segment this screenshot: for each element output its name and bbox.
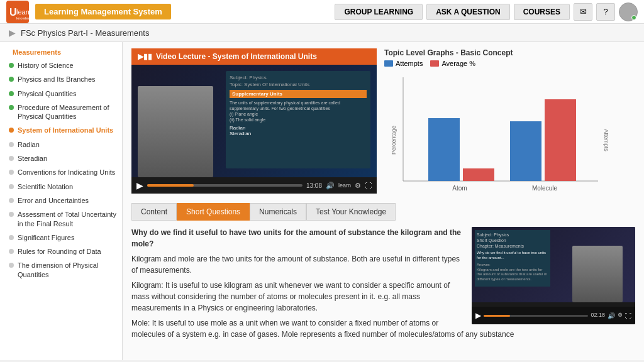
sidebar-dot [9, 156, 14, 161]
mail-button[interactable]: ✉ [574, 3, 592, 21]
tabs-row: Content Short Questions Numericals Test … [131, 203, 635, 221]
sidebar-item-error[interactable]: Error and Uncertainties [0, 194, 122, 207]
legend-average: Average % [430, 60, 475, 67]
volume-icon[interactable]: 🔊 [326, 182, 335, 190]
content-area: ▶▮▮ Video Lecture - System of Internatio… [123, 42, 644, 360]
mini-fullscreen-icon[interactable]: ⛶ [625, 311, 631, 321]
video-time: 13:08 [306, 182, 322, 189]
mini-video-controls: ▶ 02:18 🔊 ⚙ ⛶ [472, 307, 635, 324]
sidebar-item-history[interactable]: History of Science [0, 58, 122, 72]
legend-attempts-label: Attempts [396, 60, 423, 67]
legend-average-box [430, 60, 439, 67]
x-label-atom: Atom [452, 185, 467, 192]
learn-watermark: learn [338, 182, 351, 189]
presenter-figure [138, 86, 213, 177]
sidebar-dot [9, 184, 14, 189]
graph-title: Topic Level Graphs - Basic Concept [384, 48, 635, 57]
legend-attempts-box [384, 60, 393, 67]
sidebar-dot [9, 263, 14, 268]
group-learning-button[interactable]: GROUP LEARNING [335, 4, 423, 20]
fullscreen-icon[interactable]: ⛶ [365, 182, 372, 189]
ask-question-button[interactable]: ASK A QUESTION [426, 4, 509, 20]
tab-short-questions[interactable]: Short Questions [177, 203, 250, 221]
sidebar-dot [9, 63, 14, 68]
video-player[interactable]: Subject: Physics Topic: System Of Intern… [131, 65, 377, 194]
mini-volume-icon[interactable]: 🔊 [608, 311, 615, 321]
graph-container: Topic Level Graphs - Basic Concept Attem… [384, 48, 635, 197]
tab-test-knowledge[interactable]: Test Your Knowledge [306, 203, 396, 221]
lms-title-button[interactable]: Learning Management System [35, 4, 171, 19]
sidebar-dot-active [9, 128, 14, 133]
breadcrumb-text: FSc Physics Part-I - Measurements [21, 28, 149, 38]
content-text: Subject: Physics Short Question Chapter:… [131, 227, 635, 340]
header-nav: GROUP LEARNING ASK A QUESTION COURSES ✉ … [335, 3, 638, 21]
sidebar-dot [9, 235, 14, 240]
legend-average-label: Average % [441, 60, 475, 67]
settings-icon[interactable]: ⚙ [355, 182, 361, 190]
mini-presenter [572, 246, 623, 302]
sidebar-dot [9, 212, 14, 217]
video-container: ▶▮▮ Video Lecture - System of Internatio… [131, 48, 377, 197]
sidebar-item-scientific-notation[interactable]: Scientific Notation [0, 180, 122, 194]
sidebar-item-dimension[interactable]: The dimension of Physical Quantities [0, 258, 122, 282]
legend-attempts: Attempts [384, 60, 423, 67]
bar-molecule-attempts [510, 121, 541, 181]
sidebar-item-rounding[interactable]: Rules for Rounding of Data [0, 244, 122, 258]
progress-bar[interactable] [147, 184, 303, 187]
svg-text:learn: learn [16, 8, 29, 16]
sidebar-dot [9, 77, 14, 82]
graph-legend: Attempts Average % [384, 60, 635, 67]
sidebar-dot [9, 198, 14, 203]
sidebar-item-physics-branches[interactable]: Physics and Its Branches [0, 72, 122, 86]
mini-board: Subject: Physics Short Question Chapter:… [475, 230, 550, 287]
mini-video[interactable]: Subject: Physics Short Question Chapter:… [472, 227, 635, 324]
tab-content[interactable]: Content [131, 203, 177, 221]
svg-text:knowledge on demand: knowledge on demand [16, 16, 29, 20]
bar-atom-attempts [428, 118, 460, 181]
sidebar-item-significant[interactable]: Significant Figures [0, 231, 122, 244]
sidebar-item-radian[interactable]: Radian [0, 138, 122, 151]
header: U learn knowledge on demand Learning Man… [0, 0, 644, 24]
video-controls: ▶ 13:08 🔊 learn ⚙ ⛶ [131, 177, 377, 194]
logo-area: U learn knowledge on demand [6, 1, 29, 23]
sidebar-item-si-units[interactable]: System of International Units [0, 123, 122, 137]
sidebar-item-procedure[interactable]: Procedure of Measurement of Physical Qua… [0, 101, 122, 124]
y-axis-left: Percentage [391, 126, 397, 155]
bar-chart: Percentage Attempts Atom Molecule [384, 71, 611, 197]
logo-icon: U learn knowledge on demand [6, 1, 29, 23]
video-thumbnail: Subject: Physics Topic: System Of Intern… [131, 65, 377, 194]
y-axis-right: Attempts [603, 129, 609, 151]
breadcrumb: ▶ FSc Physics Part-I - Measurements [0, 24, 644, 42]
sidebar-dot [9, 105, 14, 110]
svg-text:U: U [9, 7, 17, 18]
tab-numericals[interactable]: Numericals [250, 203, 306, 221]
mini-progress-bar[interactable] [484, 315, 588, 317]
bar-molecule-average [545, 99, 576, 181]
sidebar-dot [9, 91, 14, 96]
sidebar-item-conventions[interactable]: Conventions for Indicating Units [0, 165, 122, 179]
mini-video-time: 02:18 [591, 311, 605, 320]
sidebar-item-steradian[interactable]: Steradian [0, 151, 122, 165]
progress-fill [147, 184, 194, 187]
courses-button[interactable]: COURSES [514, 4, 570, 20]
content-top: ▶▮▮ Video Lecture - System of Internatio… [131, 48, 635, 197]
sidebar-item-physical-quantities[interactable]: Physical Quantities [0, 87, 122, 101]
sidebar-dot [9, 170, 14, 175]
mini-progress-fill [484, 315, 510, 317]
x-label-molecule: Molecule [532, 185, 557, 192]
play-button[interactable]: ▶ [136, 180, 143, 190]
avatar-status-dot [631, 15, 636, 20]
sidebar-toggle[interactable]: ▶ [9, 28, 16, 38]
help-button[interactable]: ? [596, 3, 615, 21]
video-header: ▶▮▮ Video Lecture - System of Internatio… [131, 48, 377, 65]
avatar[interactable] [619, 3, 638, 21]
sidebar-section-measurements[interactable]: Measurements [0, 46, 122, 58]
sidebar: Measurements History of Science Physics … [0, 42, 123, 360]
bar-atom-average [463, 168, 494, 181]
mini-play-button[interactable]: ▶ [475, 310, 481, 321]
mini-settings-icon[interactable]: ⚙ [618, 311, 623, 320]
video-board: Subject: Physics Topic: System Of Intern… [226, 71, 370, 168]
video-title: Video Lecture - System of International … [156, 52, 317, 61]
sidebar-dot [9, 142, 14, 147]
sidebar-item-assessment[interactable]: Assessment of Total Uncertainty in the F… [0, 207, 122, 231]
